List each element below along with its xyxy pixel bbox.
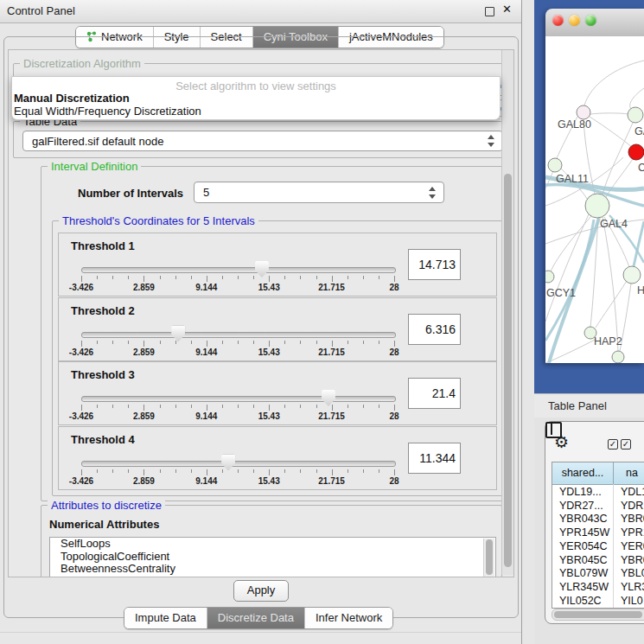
tab-infer-network[interactable]: Infer Network bbox=[305, 608, 392, 628]
table-row[interactable]: YER054CYER0 bbox=[552, 540, 644, 554]
cell-name[interactable]: YDR2 bbox=[621, 500, 644, 512]
algorithm-option[interactable]: Equal Width/Frequency Discretization bbox=[14, 105, 201, 118]
attributes-list[interactable]: SelfLoopsTopologicalCoefficientBetweenne… bbox=[49, 537, 496, 577]
scale-label: 21.715 bbox=[306, 348, 358, 357]
network-node[interactable] bbox=[612, 351, 624, 363]
num-intervals-combo[interactable]: 5 bbox=[194, 182, 444, 203]
table-data-combo[interactable]: galFiltered.sif default node bbox=[22, 131, 503, 151]
cell-name[interactable]: YBL0 bbox=[621, 567, 644, 579]
cell-name[interactable]: YLR3 bbox=[621, 581, 644, 593]
slider-ticks bbox=[81, 341, 394, 347]
cell-shared-name[interactable]: YIL052C bbox=[559, 595, 602, 607]
cell-name[interactable]: YDL1 bbox=[621, 486, 644, 498]
network-view-window: GAL80GACGAL11GAL4GCY1HHAP2 bbox=[545, 9, 644, 363]
algorithm-dropdown-popup: Select algorithm to view settings Manual… bbox=[11, 76, 501, 120]
cytoscape-desktop: GAL80GACGAL11GAL4GCY1HHAP2 bbox=[534, 0, 644, 393]
group-table-data: Table Data galFiltered.sif default node bbox=[13, 121, 511, 158]
list-scrollbar[interactable] bbox=[483, 539, 494, 577]
column-header-shared-name[interactable]: shared... bbox=[552, 462, 614, 485]
table-row[interactable]: YBR043CYBR0 bbox=[552, 513, 644, 526]
network-node-gal80[interactable] bbox=[577, 105, 590, 119]
table-row[interactable]: YBL079WYBL0 bbox=[552, 567, 644, 581]
panel-scroll-thumb[interactable] bbox=[504, 174, 512, 567]
close-icon[interactable]: ✕ bbox=[502, 3, 512, 16]
cell-shared-name[interactable]: YDR27... bbox=[559, 500, 603, 512]
edge[interactable] bbox=[603, 123, 633, 194]
network-node-gal11[interactable] bbox=[548, 158, 562, 172]
node-table[interactable]: shared... na YDL19...YDL1YDR27...YDR2YBR… bbox=[552, 462, 644, 609]
slider-track[interactable] bbox=[81, 332, 396, 338]
attribute-list-item[interactable]: SelfLoops bbox=[50, 538, 495, 551]
table-row[interactable]: YLR345WYLR3 bbox=[552, 581, 644, 595]
cell-shared-name[interactable]: YPR145W bbox=[559, 526, 609, 539]
table-hscrollbar[interactable] bbox=[552, 609, 644, 621]
threshold-value-field[interactable]: 11.344 bbox=[408, 443, 461, 474]
attribute-list-item[interactable]: TopologicalCoefficient bbox=[50, 551, 495, 564]
scale-label: -3.426 bbox=[55, 348, 107, 357]
edge[interactable] bbox=[590, 117, 632, 147]
table-hscroll-thumb[interactable] bbox=[554, 611, 642, 618]
minimize-traffic-light[interactable] bbox=[569, 15, 580, 26]
network-canvas[interactable]: GAL80GACGAL11GAL4GCY1HHAP2 bbox=[545, 36, 644, 363]
node-label: H bbox=[637, 284, 644, 296]
network-node-ga[interactable] bbox=[628, 107, 643, 123]
threshold-value-field[interactable]: 6.316 bbox=[408, 314, 461, 345]
edge[interactable] bbox=[630, 88, 644, 110]
cell-name[interactable]: YBR0 bbox=[621, 513, 644, 525]
slider-track[interactable] bbox=[81, 396, 396, 402]
cell-shared-name[interactable]: YBL079W bbox=[559, 567, 608, 579]
cell-name[interactable]: YIL0 bbox=[621, 595, 643, 607]
network-node-gcy1[interactable] bbox=[545, 271, 554, 283]
tab-impute-data[interactable]: Impute Data bbox=[124, 608, 207, 628]
slider-ticks bbox=[81, 469, 394, 475]
float-window-icon[interactable] bbox=[485, 7, 494, 16]
column-header-name[interactable]: na bbox=[614, 462, 644, 485]
zoom-traffic-light[interactable] bbox=[585, 15, 596, 26]
network-node-h[interactable] bbox=[623, 266, 641, 284]
table-row[interactable]: YBR045CYBR0 bbox=[552, 554, 644, 568]
node-label: GAL4 bbox=[600, 218, 628, 230]
table-row[interactable]: YDR27...YDR2 bbox=[552, 500, 644, 513]
apply-button[interactable]: Apply bbox=[233, 580, 289, 602]
cell-shared-name[interactable]: YER054C bbox=[559, 540, 608, 552]
table-panel-title: Table Panel bbox=[548, 399, 607, 412]
slider-track[interactable] bbox=[81, 461, 396, 467]
threshold-value-field[interactable]: 14.713 bbox=[408, 249, 461, 280]
scale-label: 28 bbox=[368, 411, 420, 421]
attribute-list-item[interactable]: BetweennessCentrality bbox=[50, 563, 495, 576]
checkbox-icon[interactable]: ✓ bbox=[608, 439, 618, 450]
bottom-tab-bar: Impute DataDiscretize DataInfer Network bbox=[124, 607, 393, 629]
cell-name[interactable]: YER0 bbox=[621, 540, 644, 552]
divider-line bbox=[0, 632, 534, 633]
network-node-gal4[interactable] bbox=[585, 194, 609, 218]
tab-discretize-data[interactable]: Discretize Data bbox=[207, 608, 305, 628]
network-window-titlebar[interactable] bbox=[545, 9, 644, 37]
table-row[interactable]: YDL19...YDL1 bbox=[552, 486, 644, 500]
threshold-label: Threshold 1 bbox=[71, 239, 135, 252]
algorithm-option[interactable]: Manual Discretization bbox=[14, 92, 130, 105]
cell-name[interactable]: YPR1 bbox=[621, 526, 644, 539]
threshold-value-field[interactable]: 21.4 bbox=[408, 378, 461, 409]
slider-scale-labels: -3.4262.8599.14415.4321.71528 bbox=[81, 348, 394, 358]
table-row[interactable]: YPR145WYPR1 bbox=[552, 526, 644, 540]
edge[interactable] bbox=[584, 61, 644, 105]
table-row[interactable]: YIL052CYIL0 bbox=[552, 595, 644, 609]
list-scroll-thumb[interactable] bbox=[486, 539, 493, 575]
panel-scrollbar[interactable] bbox=[501, 50, 513, 575]
close-traffic-light[interactable] bbox=[552, 15, 564, 26]
checkbox-icon[interactable]: ✓ bbox=[621, 439, 631, 450]
cell-name[interactable]: YBR0 bbox=[621, 554, 644, 566]
gear-icon[interactable]: ⚙ bbox=[554, 432, 569, 452]
group-attributes: Attributes to discretize Numerical Attri… bbox=[41, 505, 502, 577]
scale-label: -3.426 bbox=[55, 283, 107, 292]
tab-label: Infer Network bbox=[316, 611, 382, 624]
threshold-label: Threshold 4 bbox=[71, 433, 135, 446]
network-node-c[interactable] bbox=[628, 144, 644, 160]
cell-shared-name[interactable]: YBR045C bbox=[559, 554, 608, 566]
slider-track[interactable] bbox=[81, 267, 396, 273]
cell-shared-name[interactable]: YDL19... bbox=[559, 486, 602, 498]
edge[interactable] bbox=[590, 113, 628, 114]
cell-shared-name[interactable]: YLR345W bbox=[559, 581, 609, 593]
edge[interactable] bbox=[596, 281, 627, 328]
cell-shared-name[interactable]: YBR043C bbox=[559, 513, 608, 525]
